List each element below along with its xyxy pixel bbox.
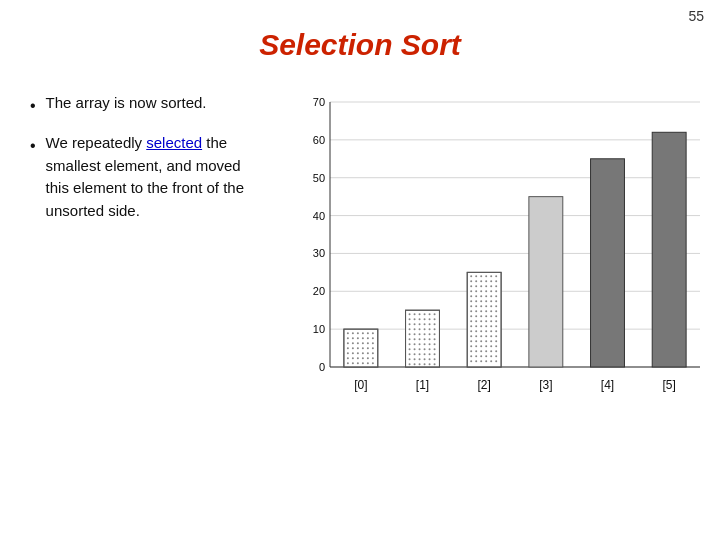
bullet-item-1: • The array is now sorted. (30, 92, 260, 118)
selected-link[interactable]: selected (146, 134, 202, 151)
chart-container (280, 92, 720, 422)
bullet-dot-2: • (30, 134, 36, 158)
bullet-prefix: We repeatedly (46, 134, 147, 151)
bullet-item-2: • We repeatedly selected the smallest el… (30, 132, 260, 222)
bullet-text-1: The array is now sorted. (46, 92, 207, 115)
text-section: • The array is now sorted. • We repeated… (30, 92, 260, 236)
content-area: • The array is now sorted. • We repeated… (0, 92, 720, 422)
bar-chart (290, 92, 710, 422)
page-title: Selection Sort (0, 28, 720, 62)
page-number: 55 (688, 8, 704, 24)
bullet-text-2: We repeatedly selected the smallest elem… (46, 132, 260, 222)
bullet-dot-1: • (30, 94, 36, 118)
